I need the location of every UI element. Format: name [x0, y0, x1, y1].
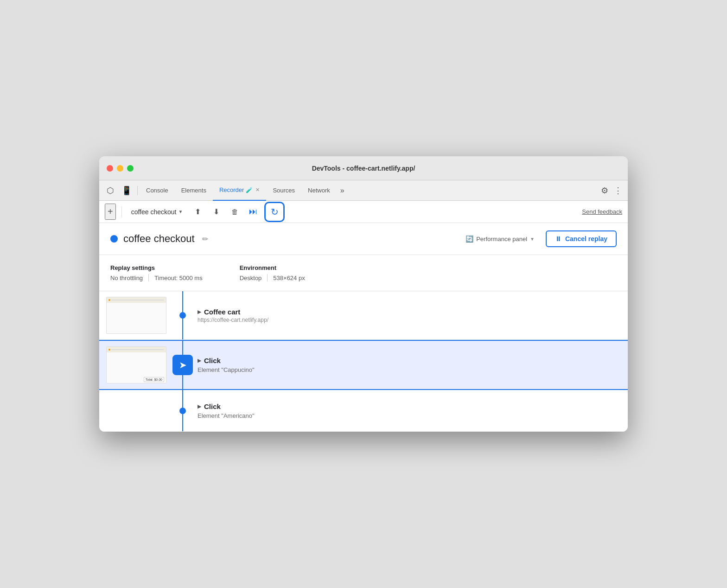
environment-col: Environment Desktop 538×624 px	[240, 264, 305, 281]
step-click-cappucino[interactable]: Total: $0.00 ➤ ▶ Click Element "Cappucin…	[99, 340, 628, 390]
more-options-icon[interactable]: ⋮	[612, 185, 624, 196]
performance-panel-dropdown[interactable]: 🔄 Performance panel ▼	[460, 232, 540, 245]
step-over-button[interactable]: ⏭	[246, 205, 261, 219]
recording-status-dot	[110, 235, 118, 243]
step-2-content: ▶ Click Element "Cappucino"	[192, 341, 628, 389]
traffic-lights	[107, 165, 134, 172]
step-3-thumbnail	[99, 390, 173, 431]
replay-button[interactable]: ↻	[264, 202, 285, 222]
toolbar-separator-1	[121, 206, 122, 217]
connector-dot	[179, 312, 186, 319]
step-1-thumbnail	[99, 291, 173, 339]
close-button[interactable]	[107, 165, 113, 172]
tab-close-icon[interactable]: ✕	[255, 187, 260, 193]
thumbnail-page	[106, 297, 166, 334]
recorder-toolbar: + coffee checkout ▼ ⬆ ⬇ 🗑 ⏭ ↻ Send feedb…	[99, 201, 628, 223]
replay-settings-label: Replay settings	[110, 264, 203, 271]
export-button[interactable]: ⬆	[190, 205, 205, 219]
import-icon: ⬇	[213, 207, 219, 216]
export-icon: ⬆	[195, 207, 201, 216]
timeout-value: Timeout: 5000 ms	[154, 275, 203, 281]
step-2-thumbnail: Total: $0.00	[99, 341, 173, 389]
cancel-replay-button[interactable]: ⏸ Cancel replay	[546, 230, 617, 247]
replay-settings-value: No throttling Timeout: 5000 ms	[110, 274, 203, 281]
thumbnail-page-2: Total: $0.00	[106, 346, 166, 383]
more-tabs-button[interactable]: »	[337, 186, 348, 195]
delete-icon: 🗑	[231, 208, 238, 216]
import-button[interactable]: ⬇	[209, 205, 223, 219]
tab-divider	[137, 186, 138, 195]
step-over-icon: ⏭	[249, 207, 257, 217]
connector-arrow-box: ➤	[172, 355, 193, 375]
chevron-down-icon: ▼	[179, 209, 183, 214]
settings-icon[interactable]: ⚙	[597, 185, 612, 196]
send-feedback-link[interactable]: Send feedback	[582, 208, 622, 215]
step-navigate[interactable]: ▶ Coffee cart https://coffee-cart.netlif…	[99, 291, 628, 340]
environment-label: Environment	[240, 264, 305, 271]
thumbnail-bar-2	[107, 347, 166, 352]
step-2-title-text: Click	[204, 357, 221, 364]
performance-icon: 🔄	[466, 235, 473, 243]
step-3-connector	[173, 390, 192, 431]
step-3-subtitle: Element "Americano"	[198, 412, 622, 419]
step-click-americano[interactable]: ▶ Click Element "Americano"	[99, 390, 628, 432]
thumbnail-total-label: Total: $0.00	[144, 377, 164, 382]
recording-selector[interactable]: coffee checkout ▼	[128, 206, 187, 217]
performance-panel-label: Performance panel	[476, 236, 527, 243]
thumbnail-body-2: Total: $0.00	[107, 352, 166, 383]
pause-icon: ⏸	[555, 235, 561, 243]
settings-divider	[148, 274, 149, 281]
devtools-tab-bar: ⬡ 📱 Console Elements Recorder 🧪 ✕ Source…	[99, 180, 628, 201]
minimize-button[interactable]	[117, 165, 123, 172]
tab-elements[interactable]: Elements	[175, 180, 213, 201]
step-1-expand-icon[interactable]: ▶	[198, 309, 201, 314]
maximize-button[interactable]	[127, 165, 134, 172]
step-3-title-text: Click	[204, 403, 221, 410]
recorder-flask-icon: 🧪	[246, 187, 253, 193]
thumbnail-bar	[107, 297, 166, 303]
step-1-url: https://coffee-cart.netlify.app/	[198, 317, 622, 323]
edit-title-icon[interactable]: ✏	[202, 235, 208, 243]
environment-value: Desktop 538×624 px	[240, 274, 305, 281]
settings-section: Replay settings No throttling Timeout: 5…	[99, 255, 628, 291]
resolution-value: 538×624 px	[273, 275, 305, 281]
step-1-title-text: Coffee cart	[204, 308, 240, 316]
recording-selector-name: coffee checkout	[131, 208, 177, 216]
tab-sources[interactable]: Sources	[266, 180, 301, 201]
step-3-title: ▶ Click	[198, 403, 622, 410]
arrow-icon: ➤	[179, 359, 187, 371]
device-label: Desktop	[240, 275, 262, 281]
thumbnail-body	[107, 303, 166, 334]
inspector-icon[interactable]: ⬡	[103, 185, 118, 196]
tab-network[interactable]: Network	[301, 180, 337, 201]
cancel-replay-label: Cancel replay	[565, 235, 607, 243]
replay-settings-col: Replay settings No throttling Timeout: 5…	[110, 264, 203, 281]
step-2-title: ▶ Click	[198, 357, 622, 364]
devtools-window: DevTools - coffee-cart.netlify.app/ ⬡ 📱 …	[99, 156, 628, 432]
replay-icon: ↻	[271, 206, 279, 217]
recording-title: coffee checkout	[123, 233, 195, 245]
add-recording-button[interactable]: +	[105, 204, 116, 220]
connector-dot-3	[179, 408, 186, 414]
step-3-content: ▶ Click Element "Americano"	[192, 390, 628, 431]
throttling-value: No throttling	[110, 275, 143, 281]
thumbnail-dot	[108, 299, 110, 301]
steps-container: ▶ Coffee cart https://coffee-cart.netlif…	[99, 291, 628, 432]
tab-recorder[interactable]: Recorder 🧪 ✕	[213, 180, 266, 201]
step-1-title: ▶ Coffee cart	[198, 308, 622, 316]
title-bar: DevTools - coffee-cart.netlify.app/	[99, 156, 628, 180]
thumbnail-dot-2	[108, 349, 110, 351]
tab-console[interactable]: Console	[140, 180, 175, 201]
step-2-subtitle: Element "Cappucino"	[198, 366, 622, 373]
device-icon[interactable]: 📱	[118, 185, 135, 196]
perf-chevron-icon: ▼	[530, 236, 535, 242]
step-3-expand-icon[interactable]: ▶	[198, 404, 201, 409]
connector-line-bottom	[182, 315, 183, 339]
step-2-expand-icon[interactable]: ▶	[198, 358, 201, 363]
step-2-connector: ➤	[173, 341, 192, 389]
step-1-content: ▶ Coffee cart https://coffee-cart.netlif…	[192, 291, 628, 339]
delete-recording-button[interactable]: 🗑	[227, 205, 242, 219]
env-settings-divider	[267, 274, 268, 281]
step-1-connector	[173, 291, 192, 339]
recording-header: coffee checkout ✏ 🔄 Performance panel ▼ …	[99, 223, 628, 255]
